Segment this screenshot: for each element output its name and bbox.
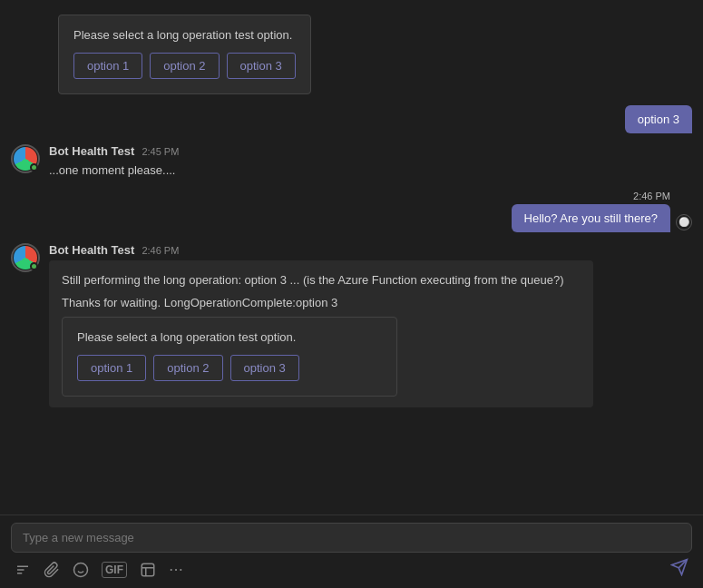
svg-point-0 [74, 563, 88, 576]
user-hello-row: 2:46 PM Hello? Are you still there? ⚪ [11, 191, 692, 232]
user-option3-col: option 3 [625, 105, 692, 133]
bot-online-dot [30, 163, 38, 172]
bot-long-online-dot [30, 262, 38, 270]
message-input[interactable] [23, 531, 680, 544]
bot-long-time: 2:46 PM [142, 245, 179, 256]
more-icon[interactable]: ⋯ [169, 561, 183, 578]
bot-long-content: Bot Health Test 2:46 PM Still performing… [49, 243, 692, 408]
bottom-option2-button[interactable]: option 2 [153, 355, 222, 381]
attachment-icon[interactable] [44, 562, 60, 578]
bot-thanks-text: Thanks for waiting. LongOperationComplet… [62, 296, 581, 309]
bot-long-text: Still performing the long operation: opt… [62, 271, 581, 289]
top-card-row: Please select a long operation test opti… [11, 15, 692, 94]
bot-avatar [11, 144, 40, 173]
svg-rect-1 [142, 564, 154, 576]
user-hello-col: 2:46 PM Hello? Are you still there? [512, 191, 670, 232]
emoji-icon[interactable] [73, 562, 89, 578]
top-option3-button[interactable]: option 3 [227, 53, 296, 79]
bot-long-text-block: Still performing the long operation: opt… [49, 260, 593, 408]
user-option3-bubble: option 3 [625, 105, 692, 133]
reaction-button[interactable]: ⚪ [676, 214, 692, 230]
bot-long-row: Bot Health Test 2:46 PM Still performing… [11, 243, 692, 408]
bot-moment-row: Bot Health Test 2:45 PM ...one moment pl… [11, 144, 692, 180]
bot-long-name: Bot Health Test [49, 243, 134, 257]
top-option2-button[interactable]: option 2 [150, 53, 219, 79]
bot-long-meta: Bot Health Test 2:46 PM [49, 243, 692, 257]
message-input-wrapper [11, 523, 692, 553]
top-card-buttons: option 1 option 2 option 3 [73, 53, 296, 79]
top-card-prompt: Please select a long operation test opti… [73, 28, 296, 42]
bottom-option1-button[interactable]: option 1 [77, 355, 146, 381]
bottom-option-card: Please select a long operation test opti… [62, 317, 397, 397]
sticker-icon[interactable] [140, 562, 156, 578]
user-option3-row: option 3 [11, 105, 692, 133]
bottom-card-prompt: Please select a long operation test opti… [77, 330, 382, 344]
bot-moment-content: Bot Health Test 2:45 PM ...one moment pl… [49, 144, 692, 180]
toolbar: GIF ⋯ [11, 553, 692, 584]
bot-long-avatar [11, 243, 40, 272]
bot-moment-text: ...one moment please.... [49, 162, 692, 180]
bot-moment-name: Bot Health Test [49, 144, 134, 158]
bottom-card-buttons: option 1 option 2 option 3 [77, 355, 382, 381]
chat-area: Please select a long operation test opti… [0, 0, 703, 514]
input-area: GIF ⋯ [0, 514, 703, 588]
bot-moment-time: 2:45 PM [142, 146, 179, 157]
bot-moment-meta: Bot Health Test 2:45 PM [49, 144, 692, 158]
send-button[interactable] [670, 558, 688, 581]
user-hello-time: 2:46 PM [633, 191, 670, 201]
bottom-option3-button[interactable]: option 3 [230, 355, 299, 381]
top-option1-button[interactable]: option 1 [73, 53, 142, 79]
top-option-card: Please select a long operation test opti… [58, 15, 311, 94]
format-icon[interactable] [15, 562, 31, 578]
gif-icon[interactable]: GIF [102, 562, 127, 578]
user-hello-bubble: Hello? Are you still there? [512, 204, 670, 232]
